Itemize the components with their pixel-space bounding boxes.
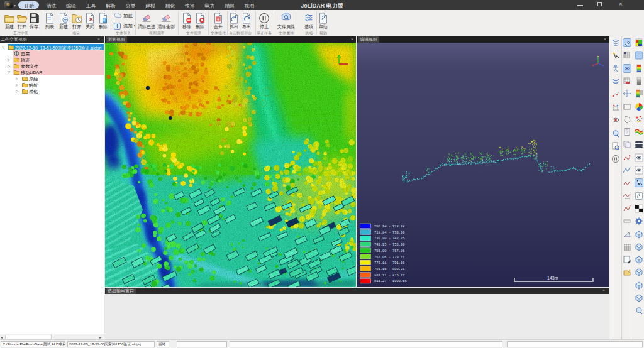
svg-text:791.16 - 803.21: 791.16 - 803.21: [374, 268, 405, 271]
svg-text:730.90 - 742.95: 730.90 - 742.95: [374, 237, 405, 241]
svg-text:803.21 - 815.27: 803.21 - 815.27: [374, 274, 405, 278]
svg-text:779.11 - 791.16: 779.11 - 791.16: [374, 261, 405, 265]
svg-text:718.84 - 730.90: 718.84 - 730.90: [374, 231, 405, 235]
svg-text:742.95 - 755.00: 742.95 - 755.00: [374, 243, 405, 247]
svg-text:755.00 - 767.06: 755.00 - 767.06: [374, 249, 405, 253]
svg-text:767.06 - 779.11: 767.06 - 779.11: [374, 256, 405, 259]
svg-text:143m: 143m: [547, 276, 558, 280]
svg-text:706.94 - 718.98: 706.94 - 718.98: [374, 225, 405, 229]
svg-text:815.27 - 1000.66: 815.27 - 1000.66: [374, 280, 407, 283]
